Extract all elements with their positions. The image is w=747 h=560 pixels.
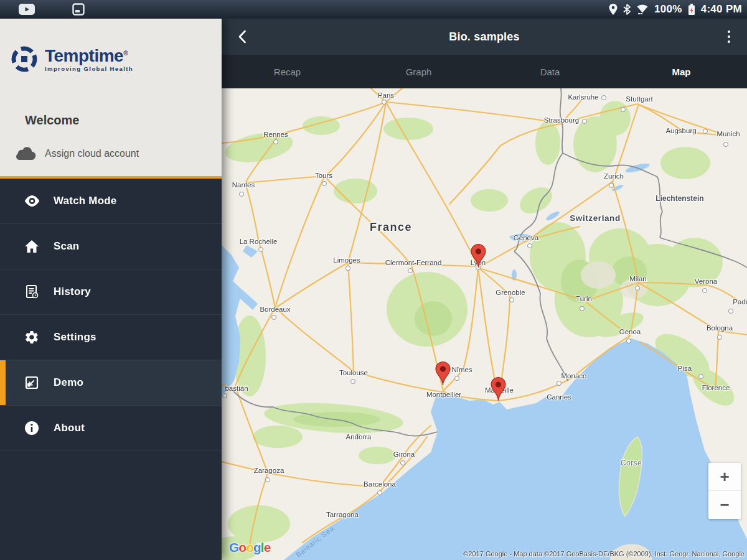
- youtube-icon: [19, 4, 35, 15]
- city-dot-munich: [723, 142, 728, 147]
- overflow-menu-button[interactable]: [720, 27, 738, 46]
- tab-bar: RecapGraphDataMap: [222, 55, 747, 88]
- sidebar-item-scan[interactable]: Scan: [0, 224, 222, 269]
- city-dot-bologna: [717, 335, 722, 340]
- map-label-stuttgart: Stuttgart: [626, 95, 652, 103]
- city-dot-padua: [728, 309, 733, 314]
- city-dot-milan: [635, 286, 640, 291]
- city-dot-girona: [400, 460, 405, 465]
- map-label-milan: Milan: [629, 275, 646, 282]
- map-label-n-mes: Nîmes: [451, 366, 472, 373]
- sidebar-item-watch-mode[interactable]: Watch Mode: [0, 179, 222, 224]
- map-label-zurich: Zurich: [604, 172, 624, 180]
- map-label-corse: Corse: [621, 459, 642, 467]
- sidebar-item-label: Scan: [54, 240, 79, 253]
- sidebar-item-about[interactable]: About: [0, 406, 222, 451]
- cloud-icon: [14, 145, 36, 162]
- home-icon: [22, 240, 41, 253]
- sidebar-item-demo[interactable]: Demo: [0, 360, 222, 406]
- map-label-france: France: [370, 221, 412, 234]
- app-bar: Bio. samples: [222, 19, 747, 55]
- assign-cloud-account[interactable]: Assign cloud account: [14, 145, 139, 162]
- map-canvas[interactable]: ParisRennesNantesToursLa RochelleLimoges…: [222, 88, 747, 560]
- city-dot-paris: [382, 100, 387, 105]
- history-icon: [22, 284, 41, 299]
- map-label-genoa: Genoa: [619, 328, 641, 335]
- battery-charging-icon: [688, 3, 695, 16]
- map-label-geneva: Geneva: [514, 234, 538, 241]
- drawer-header: Temptime® Improving Global Health Welcom…: [0, 19, 222, 176]
- tab-map[interactable]: Map: [616, 55, 747, 88]
- map-label-augsburg: Augsburg: [665, 127, 696, 134]
- google-logo: Google: [229, 540, 270, 555]
- brand-tagline: Improving Global Health: [45, 65, 133, 72]
- clock: 4:40 PM: [701, 3, 742, 16]
- city-dot-toulouse: [350, 379, 355, 384]
- map-label-limoges: Limoges: [333, 256, 360, 264]
- map-label-barcelona: Barcelona: [364, 480, 396, 488]
- city-dot-basti-n: [222, 393, 227, 398]
- map-label-bologna: Bologna: [707, 324, 733, 332]
- map-label-munich: Munich: [716, 130, 740, 138]
- map-label-padua: Padua: [733, 298, 747, 306]
- city-dot-pisa: [698, 374, 703, 379]
- city-dot-andorra: [355, 434, 360, 439]
- tab-data[interactable]: Data: [484, 55, 616, 88]
- city-dot-monaco: [557, 381, 561, 386]
- sidebar-item-history[interactable]: History: [0, 269, 222, 315]
- map-label-switzerland: Switzerland: [570, 213, 621, 223]
- wifi-icon: [636, 4, 649, 15]
- nav-drawer: Temptime® Improving Global Health Welcom…: [0, 19, 222, 560]
- map-label-strasbourg: Strasbourg: [544, 116, 579, 124]
- temptime-logo: Temptime® Improving Global Health: [10, 45, 133, 73]
- city-dot-zaragoza: [265, 477, 270, 482]
- map-label-cannes: Cannes: [547, 393, 571, 401]
- map-label-nantes: Nantes: [232, 181, 255, 189]
- city-dot-n-mes: [454, 376, 459, 381]
- map-label-rennes: Rennes: [263, 131, 288, 138]
- city-dot-augsburg: [703, 129, 708, 134]
- zoom-in-button[interactable]: +: [708, 463, 741, 491]
- map-pin-lyon[interactable]: [470, 243, 487, 268]
- map-label-basti-n: bastián: [225, 385, 248, 392]
- drawer-menu: Watch ModeScanHistorySettingsDemoAbout: [0, 176, 222, 451]
- gear-icon: [22, 330, 41, 345]
- map-label-karlsruhe: Karlsruhe: [568, 93, 598, 101]
- main-content: Bio. samples RecapGraphDataMap: [222, 19, 747, 560]
- city-dot-nantes: [239, 192, 244, 197]
- city-dot-karlsruhe: [601, 95, 606, 100]
- tab-graph[interactable]: Graph: [353, 55, 484, 88]
- city-dot-barcelona: [377, 490, 382, 495]
- city-dot-bordeaux: [271, 315, 276, 320]
- sidebar-item-label: Demo: [54, 376, 83, 389]
- sidebar-item-settings[interactable]: Settings: [0, 315, 222, 360]
- map-label-girona: Girona: [393, 450, 415, 458]
- city-dot-rennes: [273, 139, 278, 144]
- city-dot-zurich: [609, 183, 614, 188]
- map-pin-marseille[interactable]: [490, 376, 507, 401]
- map-label-zaragoza: Zaragoza: [254, 467, 284, 474]
- city-dot-verona: [702, 288, 707, 293]
- zoom-out-button[interactable]: −: [708, 491, 741, 519]
- city-dot-turin: [580, 306, 585, 311]
- tab-recap[interactable]: Recap: [222, 55, 353, 88]
- page-title: Bio. samples: [222, 30, 747, 44]
- sidebar-item-label: Watch Mode: [54, 195, 116, 207]
- map-label-liechtenstein: Liechtenstein: [655, 194, 703, 203]
- map-label-tours: Tours: [315, 172, 332, 179]
- map-label-clermont-ferrand: Clermont-Ferrand: [385, 259, 442, 266]
- temptime-logo-icon: [10, 45, 39, 73]
- map-label-grenoble: Grenoble: [496, 289, 525, 296]
- map-attribution: ©2017 Google - Map data ©2017 GeoBasis-D…: [463, 550, 745, 558]
- battery-percent: 100%: [654, 3, 682, 16]
- map-label-verona: Verona: [695, 278, 717, 285]
- map-pin-montpellier[interactable]: [435, 361, 451, 386]
- city-dot-la-rochelle: [258, 247, 263, 252]
- map-label-la-rochelle: La Rochelle: [240, 238, 278, 245]
- map-zoom-control: + −: [708, 463, 741, 519]
- city-dot-grenoble: [509, 297, 514, 302]
- map-label-monaco: Monaco: [561, 372, 587, 380]
- location-icon: [609, 4, 618, 15]
- welcome-heading: Welcome: [25, 113, 79, 128]
- city-dot-tours: [322, 181, 327, 186]
